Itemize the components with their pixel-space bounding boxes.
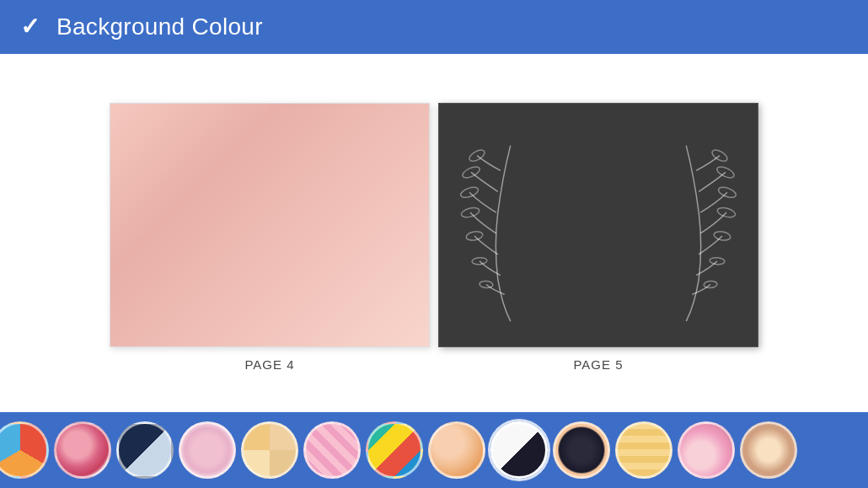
main-content: PAGE 4 [0, 54, 868, 412]
color-option-12[interactable] [740, 421, 797, 479]
chalk-decoration-svg [439, 104, 758, 346]
pages-container: PAGE 4 [110, 103, 758, 372]
svg-point-10 [716, 206, 737, 218]
header: ✓ Background Colour [0, 0, 868, 54]
svg-point-13 [704, 281, 718, 288]
color-option-9[interactable] [553, 421, 610, 479]
svg-point-11 [713, 230, 731, 241]
svg-point-3 [460, 206, 480, 218]
page-4-wrapper: PAGE 4 [110, 103, 430, 372]
color-option-1[interactable] [54, 421, 111, 479]
color-option-11[interactable] [678, 421, 735, 479]
svg-point-5 [472, 257, 488, 265]
page-title: Background Colour [56, 13, 263, 40]
svg-point-2 [459, 185, 480, 200]
color-option-5[interactable] [303, 421, 361, 479]
color-option-7[interactable] [428, 421, 485, 479]
color-option-2[interactable] [116, 421, 174, 479]
page-5-preview[interactable] [438, 103, 758, 347]
color-option-10[interactable] [615, 421, 672, 479]
color-option-0[interactable] [0, 421, 49, 479]
svg-point-1 [461, 164, 481, 180]
color-option-4[interactable] [241, 421, 298, 479]
color-option-6[interactable] [366, 421, 423, 479]
page-5-label: PAGE 5 [573, 357, 623, 372]
page-5-wrapper: PAGE 5 [438, 103, 758, 372]
svg-point-12 [710, 257, 726, 265]
color-option-8[interactable] [490, 421, 548, 479]
svg-point-0 [468, 147, 486, 164]
svg-point-4 [465, 230, 483, 241]
svg-point-9 [717, 185, 737, 200]
color-option-3[interactable] [179, 421, 236, 479]
color-picker-bar [0, 412, 868, 488]
svg-point-8 [715, 164, 736, 180]
svg-point-6 [480, 281, 494, 288]
svg-point-7 [710, 147, 729, 164]
page-4-label: PAGE 4 [244, 357, 294, 372]
page-4-preview[interactable] [110, 103, 430, 347]
confirm-icon[interactable]: ✓ [20, 15, 40, 39]
